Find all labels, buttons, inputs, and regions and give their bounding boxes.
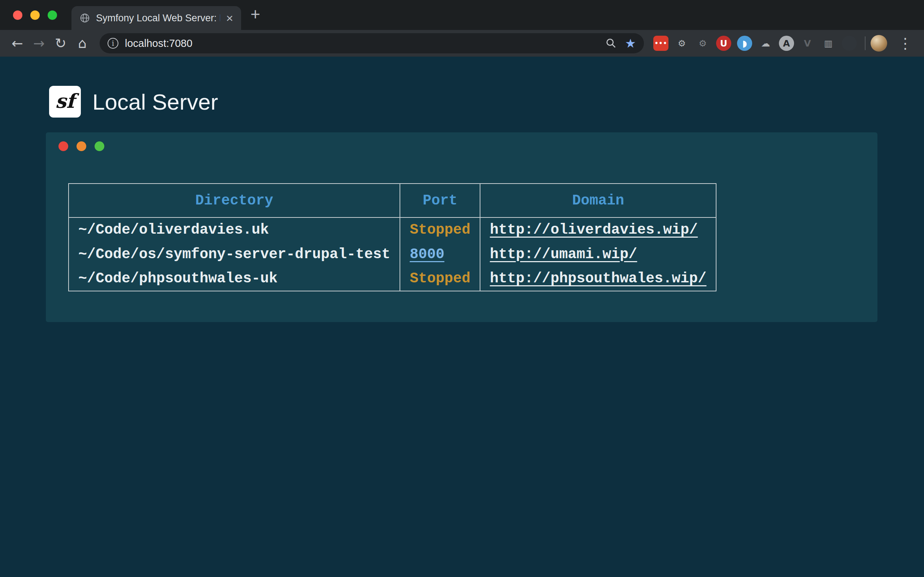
tab-close-icon[interactable]: ×	[226, 12, 233, 24]
tab-favicon-icon	[79, 13, 90, 23]
extension-github-icon[interactable]	[842, 36, 857, 51]
panel-dot-green	[95, 141, 104, 151]
port-link[interactable]: 8000	[410, 246, 444, 263]
extension-ublock-icon[interactable]: U	[716, 36, 731, 51]
window-controls	[0, 10, 57, 20]
domain-link[interactable]: http://phpsouthwales.wip/	[490, 271, 706, 287]
extension-blue-circle-icon[interactable]: ◗	[737, 36, 752, 51]
window-zoom-button[interactable]	[48, 10, 57, 20]
table-row: ~/Code/os/symfony-server-drupal-test 800…	[69, 242, 716, 266]
status-badge: Stopped	[410, 271, 470, 287]
table-header-row: Directory Port Domain	[69, 184, 716, 218]
brand-header: sf Local Server	[49, 86, 218, 118]
extension-gray-grid-icon[interactable]: ▥	[821, 36, 836, 51]
page-title: Local Server	[92, 89, 218, 115]
back-icon[interactable]: ←	[6, 35, 28, 51]
status-badge: Stopped	[410, 222, 470, 238]
reload-icon[interactable]: ↻	[50, 35, 71, 51]
address-bar[interactable]: localhost:7080 ★	[100, 33, 644, 53]
directory-cell: ~/Code/phpsouthwales-uk	[69, 266, 400, 291]
column-header-domain: Domain	[480, 184, 716, 218]
browser-toolbar: ← → ↻ ⌂ localhost:7080 ★ ••• ⚙ ⚙ U ◗ ☁ A…	[0, 30, 924, 56]
extension-red-dots-icon[interactable]: •••	[653, 36, 669, 51]
table-row: ~/Code/oliverdavies.uk Stopped http://ol…	[69, 218, 716, 242]
site-info-icon[interactable]	[108, 38, 118, 49]
page-content: sf Local Server Directory Port Domain ~/…	[0, 56, 924, 577]
panel-window-dots	[58, 141, 104, 151]
domain-cell: http://oliverdavies.wip/	[480, 218, 716, 242]
extension-cloud-icon[interactable]: ☁	[758, 36, 773, 51]
symfony-logo-icon: sf	[49, 86, 81, 118]
domain-cell: http://umami.wip/	[480, 242, 716, 266]
window-close-button[interactable]	[13, 10, 23, 20]
forward-icon[interactable]: →	[28, 35, 50, 51]
column-header-directory: Directory	[69, 184, 400, 218]
new-tab-button[interactable]: +	[250, 4, 260, 24]
column-header-port: Port	[400, 184, 480, 218]
symfony-logo-glyph: sf	[55, 89, 75, 113]
domain-link[interactable]: http://umami.wip/	[490, 246, 637, 263]
server-panel: Directory Port Domain ~/Code/oliverdavie…	[46, 132, 877, 322]
profile-avatar[interactable]	[871, 35, 887, 52]
extension-gear-light-icon[interactable]: ⚙	[674, 36, 690, 51]
toolbar-separator	[865, 36, 866, 50]
servers-table: Directory Port Domain ~/Code/oliverdavie…	[68, 183, 716, 292]
tab-strip: Symfony Local Web Server: Prox × +	[0, 0, 924, 30]
directory-cell: ~/Code/oliverdavies.uk	[69, 218, 400, 242]
panel-dot-red	[58, 141, 68, 151]
url-text: localhost:7080	[125, 37, 605, 49]
extensions-row: ••• ⚙ ⚙ U ◗ ☁ A V ▥	[650, 36, 860, 51]
port-cell: Stopped	[400, 218, 480, 242]
extension-gear-dark-icon[interactable]: ⚙	[695, 36, 710, 51]
extension-letter-v-icon[interactable]: V	[800, 36, 815, 51]
table-row: ~/Code/phpsouthwales-uk Stopped http://p…	[69, 266, 716, 291]
tab-title: Symfony Local Web Server: Prox	[96, 13, 220, 24]
zoom-icon[interactable]	[605, 37, 617, 49]
home-icon[interactable]: ⌂	[71, 35, 93, 51]
domain-cell: http://phpsouthwales.wip/	[480, 266, 716, 291]
panel-dot-orange	[76, 141, 86, 151]
window-minimize-button[interactable]	[30, 10, 40, 20]
port-cell: Stopped	[400, 266, 480, 291]
browser-menu-icon[interactable]: ⋮	[893, 35, 918, 52]
extension-letter-a-icon[interactable]: A	[779, 36, 794, 51]
port-cell: 8000	[400, 242, 480, 266]
browser-tab[interactable]: Symfony Local Web Server: Prox ×	[71, 6, 241, 30]
domain-link[interactable]: http://oliverdavies.wip/	[490, 222, 698, 238]
bookmark-star-icon[interactable]: ★	[625, 36, 636, 50]
directory-cell: ~/Code/os/symfony-server-drupal-test	[69, 242, 400, 266]
